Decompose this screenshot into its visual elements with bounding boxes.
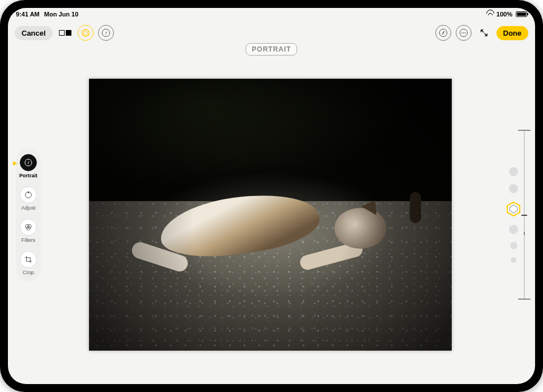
done-button[interactable]: Done: [497, 26, 529, 40]
tool-filters[interactable]: Filters: [19, 219, 37, 243]
svg-marker-1: [83, 31, 87, 35]
svg-text:f: f: [105, 31, 107, 36]
svg-text:f: f: [28, 161, 29, 165]
active-tool-caret-icon: ▶: [13, 160, 18, 166]
status-time: 9:41 AM: [16, 11, 40, 18]
tool-label: Adjust: [21, 205, 35, 211]
portrait-hex-icon[interactable]: [78, 25, 94, 41]
tool-strip: ▶ f Portrait Adjust Filters Crop: [16, 148, 41, 281]
editor-toolbar: Cancel f PORTRAIT D: [8, 20, 535, 45]
aspect-toggle[interactable]: [57, 25, 73, 41]
status-date: Mon Jun 10: [44, 11, 79, 18]
tool-label: Portrait: [19, 173, 37, 178]
battery-icon: [516, 11, 527, 17]
markup-icon[interactable]: [435, 25, 451, 41]
svg-marker-16: [507, 202, 520, 216]
svg-marker-0: [82, 29, 89, 36]
tool-crop[interactable]: Crop: [19, 251, 37, 275]
battery-pct: 100%: [497, 11, 512, 18]
fullscreen-icon[interactable]: [476, 25, 492, 41]
tool-portrait[interactable]: f Portrait: [19, 154, 37, 178]
lighting-options: [506, 167, 521, 263]
lighting-option[interactable]: [511, 257, 516, 263]
lighting-option-selected[interactable]: [506, 201, 521, 217]
lighting-option[interactable]: [509, 184, 518, 193]
aperture-f-icon[interactable]: f: [98, 25, 114, 41]
lighting-option[interactable]: [510, 242, 517, 249]
tool-adjust[interactable]: Adjust: [19, 186, 37, 211]
svg-point-7: [463, 32, 464, 33]
lighting-option[interactable]: [509, 167, 518, 176]
status-bar: 9:41 AM Mon Jun 10 100%: [8, 8, 535, 20]
tool-label: Crop: [23, 270, 34, 275]
cancel-button[interactable]: Cancel: [15, 26, 53, 40]
intensity-slider-track[interactable]: [524, 130, 525, 300]
wifi-icon: [486, 11, 493, 18]
svg-point-12: [28, 192, 29, 194]
more-icon[interactable]: [456, 25, 472, 41]
photo-canvas[interactable]: [49, 45, 492, 384]
photo-preview: [89, 79, 452, 351]
svg-point-8: [464, 32, 465, 33]
tool-label: Filters: [22, 237, 36, 243]
lighting-option[interactable]: [509, 225, 518, 234]
svg-point-6: [461, 32, 463, 33]
